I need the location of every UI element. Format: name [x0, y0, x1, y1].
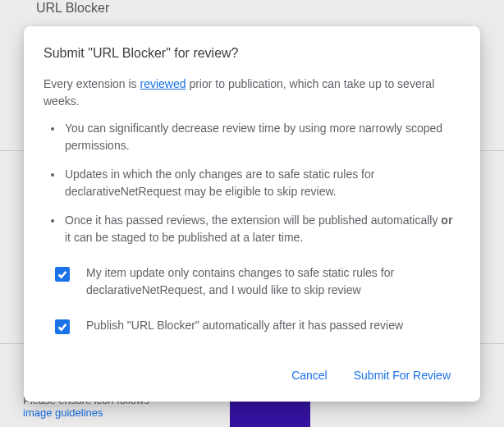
checkbox-checked-icon[interactable]: [55, 319, 70, 334]
bullet-item: Updates in which the only changes are to…: [63, 166, 460, 200]
submit-for-review-button[interactable]: Submit For Review: [344, 362, 460, 388]
submit-review-dialog: Submit "URL Blocker" for review? Every e…: [24, 26, 480, 402]
dialog-actions: Cancel Submit For Review: [44, 362, 460, 388]
auto-publish-label: Publish "URL Blocker" automatically afte…: [70, 317, 460, 334]
cancel-button[interactable]: Cancel: [282, 362, 337, 388]
bullet-item: Once it has passed reviews, the extensio…: [63, 212, 460, 246]
dialog-intro: Every extension is reviewed prior to pub…: [44, 76, 460, 110]
dialog-body: Every extension is reviewed prior to pub…: [44, 76, 460, 339]
skip-review-option[interactable]: My item update only contains changes to …: [44, 259, 460, 304]
skip-review-label: My item update only contains changes to …: [70, 264, 460, 299]
auto-publish-option[interactable]: Publish "URL Blocker" automatically afte…: [44, 312, 460, 339]
bullet-item: You can significantly decrease review ti…: [63, 120, 460, 154]
dialog-bullets: You can significantly decrease review ti…: [44, 120, 460, 246]
dialog-title: Submit "URL Blocker" for review?: [44, 46, 460, 61]
reviewed-link[interactable]: reviewed: [140, 77, 186, 90]
checkbox-checked-icon[interactable]: [55, 267, 70, 282]
